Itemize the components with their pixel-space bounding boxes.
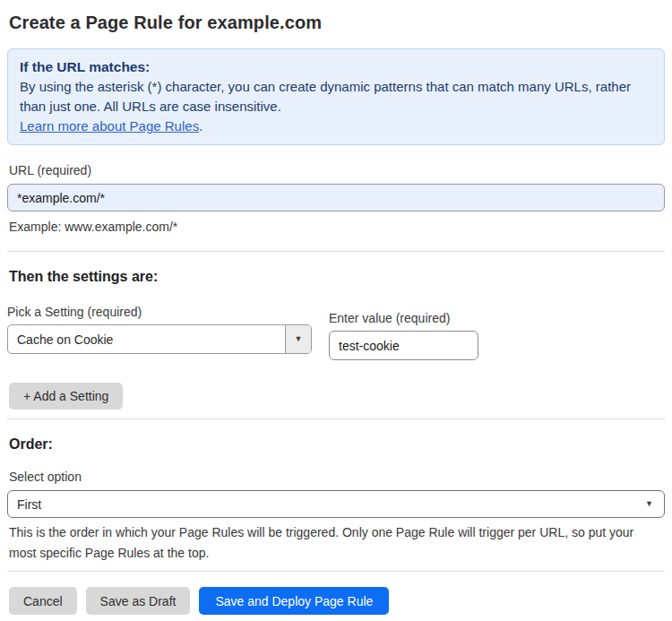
cancel-button[interactable]: Cancel — [9, 587, 77, 615]
divider — [7, 251, 665, 252]
setting-value-input[interactable] — [329, 331, 478, 360]
divider — [7, 418, 665, 419]
settings-row: Pick a Setting (required) Cache on Cooki… — [7, 305, 665, 360]
order-select-value: First — [17, 497, 41, 512]
save-and-deploy-button[interactable]: Save and Deploy Page Rule — [199, 587, 389, 615]
settings-section-heading: Then the settings are: — [9, 269, 665, 285]
save-as-draft-button[interactable]: Save as Draft — [86, 587, 191, 615]
footer-button-row: Cancel Save as Draft Save and Deploy Pag… — [9, 587, 665, 615]
add-setting-button[interactable]: + Add a Setting — [9, 383, 123, 410]
create-page-rule-panel: Create a Page Rule for example.com If th… — [0, 0, 672, 615]
order-section-heading: Order: — [9, 436, 665, 453]
chevron-down-icon: ▼ — [645, 500, 653, 508]
link-suffix: . — [199, 118, 202, 134]
setting-select-value: Cache on Cookie — [8, 325, 285, 353]
url-field-label: URL (required) — [9, 163, 665, 177]
info-box-body: By using the asterisk (*) character, you… — [20, 77, 652, 116]
learn-more-link[interactable]: Learn more about Page Rules — [20, 118, 199, 134]
info-box-heading: If the URL matches: — [20, 57, 652, 77]
setting-value-label: Enter value (required) — [329, 311, 478, 325]
order-helper-text: This is the order in which your Page Rul… — [9, 522, 654, 564]
url-helper-text: Example: www.example.com/* — [9, 217, 665, 237]
setting-select[interactable]: Cache on Cookie ▼ — [7, 324, 312, 354]
url-match-info-box: If the URL matches: By using the asteris… — [7, 48, 665, 145]
setting-picker-column: Pick a Setting (required) Cache on Cooki… — [7, 305, 312, 360]
divider — [7, 571, 665, 572]
url-input[interactable] — [7, 184, 665, 211]
setting-value-column: Enter value (required) — [329, 311, 478, 360]
order-select-label: Select option — [9, 470, 665, 484]
chevron-down-icon: ▼ — [295, 335, 303, 343]
page-title: Create a Page Rule for example.com — [9, 13, 665, 33]
setting-picker-label: Pick a Setting (required) — [7, 305, 312, 319]
setting-select-arrow-button[interactable]: ▼ — [285, 325, 311, 353]
info-box-link-line: Learn more about Page Rules. — [20, 116, 652, 136]
order-select[interactable]: First ▼ — [7, 490, 665, 518]
